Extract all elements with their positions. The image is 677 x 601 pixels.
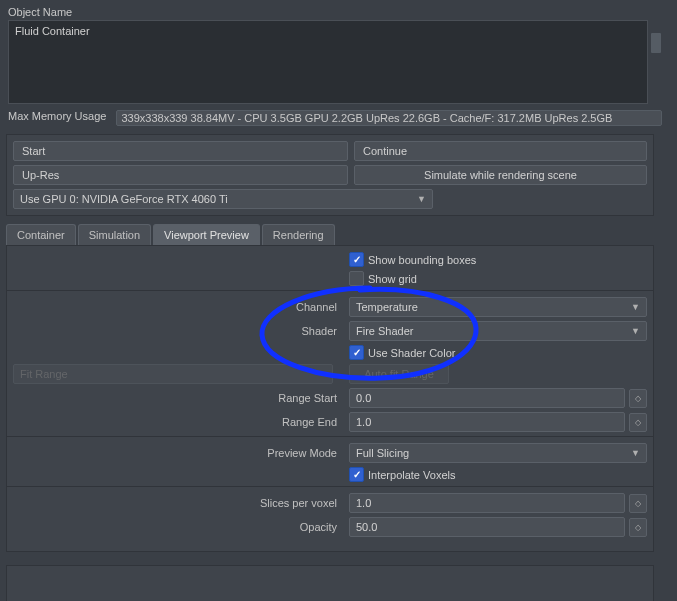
max-memory-value: 339x338x339 38.84MV - CPU 3.5GB GPU 2.2G… — [116, 110, 662, 126]
sim-controls-panel: Start Continue Up-Res Simulate while ren… — [6, 134, 654, 216]
channel-select-value: Temperature — [356, 301, 418, 313]
viewport-preview-panel: ✓ Show bounding boxes Show grid Channel … — [6, 245, 654, 552]
tab-container[interactable]: Container — [6, 224, 76, 245]
slices-per-voxel-spinner[interactable]: ◇ — [629, 494, 647, 513]
shader-label: Shader — [13, 325, 343, 337]
gpu-select[interactable]: Use GPU 0: NVIDIA GeForce RTX 4060 Ti ▼ — [13, 189, 433, 209]
preview-mode-select-value: Full Slicing — [356, 447, 409, 459]
continue-button[interactable]: Continue — [354, 141, 647, 161]
fit-range-button[interactable]: Fit Range — [13, 364, 333, 384]
range-end-spinner[interactable]: ◇ — [629, 413, 647, 432]
opacity-label: Opacity — [13, 521, 343, 533]
simulate-while-rendering-button[interactable]: Simulate while rendering scene — [354, 165, 647, 185]
slices-per-voxel-label: Slices per voxel — [13, 497, 343, 509]
chevron-down-icon: ▼ — [631, 448, 640, 458]
opacity-spinner[interactable]: ◇ — [629, 518, 647, 537]
upres-button[interactable]: Up-Res — [13, 165, 348, 185]
range-start-label: Range Start — [13, 392, 343, 404]
separator — [7, 290, 653, 291]
range-end-input[interactable]: 1.0 — [349, 412, 625, 432]
separator — [7, 486, 653, 487]
show-grid-label: Show grid — [368, 273, 417, 285]
object-name-field[interactable]: Fluid Container — [8, 20, 648, 104]
shader-select[interactable]: Fire Shader ▼ — [349, 321, 647, 341]
show-bounding-boxes-checkbox[interactable]: ✓ — [349, 252, 364, 267]
object-name-label: Object Name — [8, 6, 669, 18]
range-start-input[interactable]: 0.0 — [349, 388, 625, 408]
bottom-panel — [6, 565, 654, 601]
auto-fit-range-button[interactable]: Auto fit Range — [349, 364, 449, 384]
shader-select-value: Fire Shader — [356, 325, 413, 337]
right-gutter — [663, 0, 677, 601]
range-start-spinner[interactable]: ◇ — [629, 389, 647, 408]
tab-viewport-preview[interactable]: Viewport Preview — [153, 224, 260, 245]
use-shader-color-label: Use Shader Color — [368, 347, 455, 359]
interpolate-voxels-checkbox[interactable]: ✓ — [349, 467, 364, 482]
scrollbar-thumb[interactable] — [651, 33, 661, 53]
opacity-input[interactable]: 50.0 — [349, 517, 625, 537]
show-bounding-boxes-label: Show bounding boxes — [368, 254, 476, 266]
channel-select[interactable]: Temperature ▼ — [349, 297, 647, 317]
max-memory-label: Max Memory Usage — [8, 110, 106, 126]
chevron-down-icon: ▼ — [417, 194, 426, 204]
separator — [7, 436, 653, 437]
channel-label: Channel — [13, 301, 343, 313]
tab-bar: Container Simulation Viewport Preview Re… — [6, 224, 671, 245]
interpolate-voxels-label: Interpolate Voxels — [368, 469, 455, 481]
tab-rendering[interactable]: Rendering — [262, 224, 335, 245]
tab-simulation[interactable]: Simulation — [78, 224, 151, 245]
chevron-down-icon: ▼ — [631, 326, 640, 336]
use-shader-color-checkbox[interactable]: ✓ — [349, 345, 364, 360]
slices-per-voxel-input[interactable]: 1.0 — [349, 493, 625, 513]
gpu-select-value: Use GPU 0: NVIDIA GeForce RTX 4060 Ti — [20, 193, 228, 205]
object-name-value: Fluid Container — [15, 25, 90, 37]
range-end-label: Range End — [13, 416, 343, 428]
show-grid-checkbox[interactable] — [349, 271, 364, 286]
preview-mode-select[interactable]: Full Slicing ▼ — [349, 443, 647, 463]
start-button[interactable]: Start — [13, 141, 348, 161]
chevron-down-icon: ▼ — [631, 302, 640, 312]
preview-mode-label: Preview Mode — [13, 447, 343, 459]
